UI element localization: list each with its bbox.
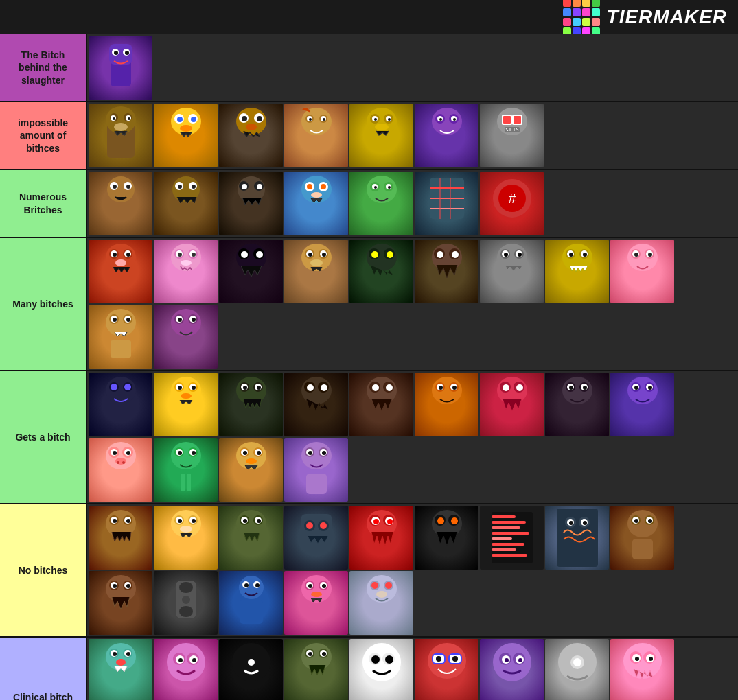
svg-point-4 bbox=[114, 51, 118, 55]
list-item bbox=[219, 240, 283, 303]
list-item bbox=[89, 36, 152, 100]
svg-point-106 bbox=[192, 253, 196, 257]
svg-rect-302 bbox=[492, 537, 512, 540]
svg-point-330 bbox=[179, 606, 193, 617]
svg-point-195 bbox=[372, 384, 379, 391]
svg-point-270 bbox=[178, 519, 182, 523]
svg-rect-304 bbox=[492, 548, 516, 551]
svg-point-74 bbox=[321, 184, 326, 189]
list-item bbox=[545, 639, 609, 700]
svg-point-100 bbox=[171, 244, 201, 271]
svg-point-20 bbox=[180, 125, 192, 132]
header: TiERMAKER bbox=[0, 0, 738, 34]
list-item bbox=[415, 104, 478, 167]
list-item bbox=[480, 373, 544, 436]
logo-grid bbox=[563, 0, 600, 36]
svg-point-197 bbox=[432, 377, 462, 404]
svg-point-256 bbox=[322, 451, 326, 455]
list-item bbox=[545, 506, 609, 570]
svg-point-59 bbox=[126, 185, 130, 189]
svg-point-119 bbox=[322, 253, 326, 257]
tier-label-many: Many bitches bbox=[0, 238, 87, 370]
list-item bbox=[415, 506, 478, 570]
svg-point-295 bbox=[437, 517, 444, 524]
list-item bbox=[89, 639, 152, 700]
svg-point-73 bbox=[307, 184, 312, 189]
svg-point-99 bbox=[115, 259, 126, 266]
svg-point-5 bbox=[125, 51, 129, 55]
svg-point-311 bbox=[569, 521, 573, 525]
list-item bbox=[89, 438, 152, 502]
svg-point-14 bbox=[114, 123, 128, 131]
tier-label-clinical: Clinical bitch deficiency bbox=[0, 638, 87, 700]
svg-point-144 bbox=[583, 253, 587, 257]
list-item bbox=[349, 240, 413, 303]
svg-point-368 bbox=[248, 659, 255, 666]
svg-point-326 bbox=[113, 584, 117, 588]
svg-point-207 bbox=[503, 384, 509, 391]
svg-point-129 bbox=[437, 251, 443, 258]
svg-point-105 bbox=[178, 253, 182, 257]
svg-point-13 bbox=[128, 117, 130, 120]
list-item bbox=[284, 506, 348, 570]
svg-point-394 bbox=[518, 658, 522, 662]
svg-point-397 bbox=[573, 658, 581, 666]
list-item bbox=[610, 506, 674, 570]
svg-point-208 bbox=[516, 384, 523, 391]
list-item bbox=[415, 373, 478, 436]
svg-point-239 bbox=[192, 451, 196, 455]
svg-point-25 bbox=[257, 116, 262, 121]
svg-point-228 bbox=[113, 451, 117, 455]
svg-point-255 bbox=[308, 451, 312, 455]
svg-point-357 bbox=[113, 652, 117, 656]
svg-point-12 bbox=[113, 117, 115, 120]
list-item bbox=[154, 172, 218, 235]
svg-point-151 bbox=[648, 253, 652, 257]
svg-point-365 bbox=[178, 658, 183, 662]
list-item bbox=[154, 571, 218, 635]
tier-label-s: The Bitch behind the slaughter bbox=[0, 34, 87, 101]
svg-point-296 bbox=[451, 517, 458, 524]
svg-point-358 bbox=[126, 652, 130, 656]
svg-point-359 bbox=[116, 659, 126, 666]
svg-point-374 bbox=[308, 652, 312, 656]
svg-point-157 bbox=[113, 318, 117, 322]
svg-point-283 bbox=[306, 522, 313, 529]
list-item bbox=[480, 240, 544, 303]
list-item bbox=[89, 506, 152, 570]
svg-point-318 bbox=[634, 519, 638, 523]
tier-row-s: The Bitch behind the slaughter bbox=[0, 34, 738, 102]
list-item bbox=[545, 240, 609, 303]
svg-point-343 bbox=[308, 584, 312, 588]
svg-point-375 bbox=[322, 652, 326, 656]
tier-label-gets: Gets a bitch bbox=[0, 371, 87, 503]
svg-point-39 bbox=[374, 118, 377, 121]
list-item bbox=[89, 305, 152, 369]
svg-point-232 bbox=[122, 461, 125, 464]
list-item bbox=[284, 104, 348, 167]
list-item bbox=[284, 172, 348, 235]
svg-point-238 bbox=[178, 451, 182, 455]
svg-point-376 bbox=[362, 643, 401, 681]
svg-point-221 bbox=[634, 386, 638, 390]
svg-point-18 bbox=[177, 117, 183, 122]
svg-point-186 bbox=[257, 386, 261, 390]
list-item bbox=[219, 172, 283, 235]
list-item bbox=[610, 639, 674, 700]
svg-point-48 bbox=[453, 118, 456, 121]
list-item bbox=[154, 104, 218, 167]
tier-content-clinical bbox=[87, 638, 738, 700]
tier-content-numerous: # bbox=[87, 170, 738, 237]
svg-point-191 bbox=[321, 384, 327, 391]
svg-point-291 bbox=[387, 519, 393, 524]
svg-point-222 bbox=[648, 386, 652, 390]
svg-point-178 bbox=[192, 386, 196, 390]
svg-point-249 bbox=[246, 458, 257, 464]
tier-row-numerous: Numerous Britches bbox=[0, 170, 738, 238]
tier-label-numerous: Numerous Britches bbox=[0, 170, 87, 237]
tier-row-many: Many bitches bbox=[0, 238, 738, 371]
svg-rect-257 bbox=[306, 474, 327, 494]
svg-point-118 bbox=[308, 253, 312, 257]
svg-rect-52 bbox=[503, 116, 511, 124]
svg-point-272 bbox=[180, 526, 192, 533]
